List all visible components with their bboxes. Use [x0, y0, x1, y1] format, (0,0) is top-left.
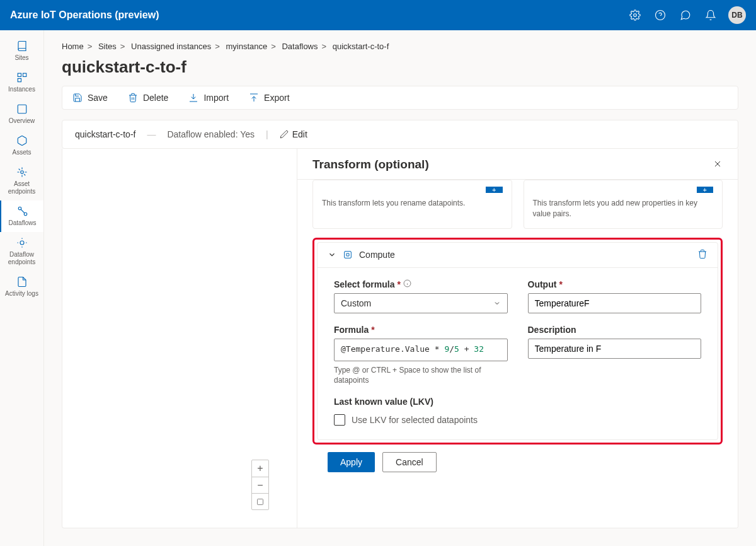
avatar[interactable]: DB — [728, 6, 746, 24]
close-icon[interactable] — [713, 159, 723, 171]
apply-button[interactable]: Apply — [328, 452, 375, 472]
chevron-down-icon — [493, 299, 501, 307]
zoom-controls: + − — [251, 460, 269, 510]
crumb[interactable]: Home — [62, 42, 84, 51]
compute-icon — [343, 250, 353, 260]
compute-title: Compute — [359, 250, 691, 260]
page-title: quickstart-c-to-f — [44, 54, 756, 86]
crumb[interactable]: myinstance — [226, 42, 267, 51]
output-label: Output * — [528, 279, 702, 289]
nav-label: Asset endpoints — [3, 180, 41, 195]
nav-activity-logs[interactable]: Activity logs — [0, 271, 43, 303]
nav-assets[interactable]: Assets — [0, 130, 43, 161]
zoom-in-button[interactable]: + — [252, 460, 268, 477]
status-bar: quickstart-c-to-f — Dataflow enabled: Ye… — [62, 120, 738, 149]
export-button[interactable]: Export — [249, 93, 289, 103]
add-button[interactable]: + — [486, 187, 502, 193]
delete-compute-button[interactable] — [697, 249, 707, 261]
select-formula-dropdown[interactable]: Custom — [334, 293, 508, 313]
compute-card: Compute Select formula * Custom — [317, 242, 718, 440]
panel-title: Transform (optional) — [312, 158, 429, 171]
nav-asset-endpoints[interactable]: Asset endpoints — [0, 161, 43, 200]
add-button[interactable]: + — [697, 187, 713, 193]
nav-label: Instances — [8, 86, 35, 93]
breadcrumb: Home> Sites> Unassigned instances> myins… — [44, 30, 756, 54]
lkv-label: Last known value (LKV) — [334, 397, 701, 407]
nav-label: Activity logs — [5, 290, 38, 298]
formula-hint: Type @ or CTRL + Space to show the list … — [334, 365, 508, 385]
transform-panel: Transform (optional) + This transform le… — [297, 149, 738, 528]
nav-dataflow-endpoints[interactable]: Dataflow endpoints — [0, 232, 43, 271]
edit-button[interactable]: Edit — [280, 129, 307, 139]
rename-card: + This transform lets you rename datapoi… — [312, 180, 512, 229]
svg-rect-14 — [345, 252, 352, 258]
help-icon[interactable] — [648, 0, 673, 30]
svg-point-7 — [20, 171, 23, 174]
description-label: Description — [528, 325, 702, 335]
rename-desc: This transform lets you rename datapoint… — [322, 198, 503, 209]
svg-point-1 — [656, 11, 665, 20]
crumb-current: quickstart-c-to-f — [333, 42, 389, 51]
svg-rect-5 — [18, 79, 21, 82]
left-nav: Sites Instances Overview Assets Asset en… — [0, 30, 44, 546]
compute-highlight: Compute Select formula * Custom — [312, 238, 723, 444]
zoom-out-button[interactable]: − — [252, 477, 268, 493]
nav-label: Dataflow endpoints — [3, 251, 41, 266]
nav-dataflows[interactable]: Dataflows — [0, 200, 43, 232]
formula-label: Formula * — [334, 325, 508, 335]
nav-overview[interactable]: Overview — [0, 98, 43, 130]
svg-point-0 — [634, 14, 637, 17]
settings-icon[interactable] — [622, 0, 648, 30]
toolbar: Save Delete Import Export — [62, 86, 738, 110]
select-formula-label: Select formula * — [334, 279, 508, 289]
save-button[interactable]: Save — [72, 93, 108, 103]
crumb[interactable]: Unassigned instances — [131, 42, 211, 51]
nav-instances[interactable]: Instances — [0, 67, 43, 98]
nav-label: Dataflows — [9, 219, 37, 227]
svg-rect-4 — [23, 73, 26, 76]
dataflow-name: quickstart-c-to-f — [75, 129, 135, 139]
nav-label: Assets — [12, 149, 31, 156]
feedback-icon[interactable] — [673, 0, 698, 30]
newprop-desc: This transform lets you add new properti… — [533, 198, 714, 219]
svg-rect-6 — [18, 105, 26, 113]
crumb[interactable]: Dataflows — [282, 42, 318, 51]
dataflow-enabled: Dataflow enabled: Yes — [167, 129, 255, 139]
delete-button[interactable]: Delete — [128, 93, 168, 103]
nav-label: Sites — [14, 54, 28, 62]
newprop-card: + This transform lets you add new proper… — [524, 180, 723, 229]
formula-input[interactable]: @Temperature.Value * 9/5 + 32 — [334, 339, 508, 361]
info-icon[interactable] — [403, 279, 411, 289]
lkv-checkbox-label: Use LKV for selected datapoints — [352, 415, 478, 425]
nav-sites[interactable]: Sites — [0, 35, 43, 67]
zoom-fit-button[interactable] — [252, 493, 268, 509]
description-input[interactable] — [528, 339, 702, 359]
svg-rect-11 — [258, 499, 263, 504]
canvas: + − Transform (optional) + This — [62, 149, 738, 528]
chevron-down-icon[interactable] — [328, 250, 336, 259]
import-button[interactable]: Import — [188, 93, 229, 103]
product-title: Azure IoT Operations (preview) — [10, 9, 622, 21]
notifications-icon[interactable] — [698, 0, 723, 30]
top-bar: Azure IoT Operations (preview) DB — [0, 0, 756, 30]
output-input[interactable] — [528, 293, 702, 313]
nav-label: Overview — [9, 117, 35, 125]
crumb[interactable]: Sites — [98, 42, 117, 51]
lkv-checkbox[interactable] — [334, 414, 345, 426]
svg-rect-3 — [18, 73, 21, 76]
cancel-button[interactable]: Cancel — [382, 452, 437, 472]
svg-point-10 — [20, 241, 24, 245]
